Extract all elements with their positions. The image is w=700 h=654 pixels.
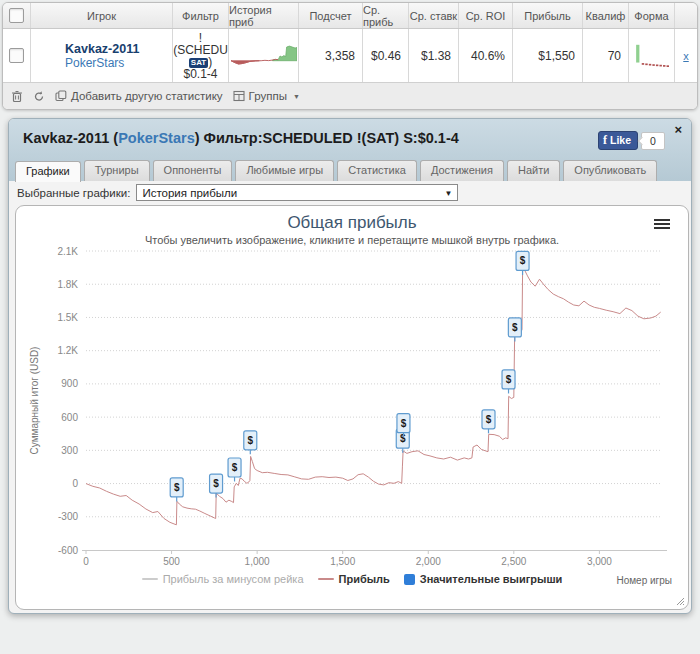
svg-text:$: $ — [512, 322, 518, 333]
svg-text:$: $ — [520, 255, 526, 266]
col-avg-profit[interactable]: Ср. прибь — [363, 3, 409, 28]
actions-cell: x — [675, 29, 697, 82]
panel-content: Выбранные графики: История прибыли▼ -600… — [9, 181, 691, 613]
col-count[interactable]: Подсчет — [299, 3, 363, 28]
col-filter[interactable]: Фильтр — [173, 3, 229, 28]
svg-text:$: $ — [248, 435, 254, 446]
sat-badge: SAT — [189, 58, 208, 68]
groups-button[interactable]: Группы ▼ — [233, 90, 300, 102]
col-profit-history[interactable]: История приб — [229, 3, 299, 28]
count-cell: 3,358 — [299, 29, 363, 82]
profit-chart[interactable]: -600-30003006009001.2K1.5K1.8K2.1K05001,… — [16, 206, 688, 609]
col-avg-roi[interactable]: Ср. ROI — [459, 3, 513, 28]
delete-button[interactable] — [11, 90, 23, 103]
resize-handle-icon[interactable] — [676, 597, 685, 606]
svg-text:2.1K: 2.1K — [57, 246, 78, 257]
chart-legend: Прибыль за минусом рейка Прибыль Значите… — [16, 573, 688, 585]
tab-find[interactable]: Найти — [507, 160, 560, 181]
legend-item-significant-wins[interactable]: Значительные выигрыши — [404, 573, 563, 585]
filter-line1: ! — [199, 32, 202, 44]
profit-history-sparkline — [231, 36, 297, 76]
tab-opponents[interactable]: Оппоненты — [153, 160, 233, 181]
tab-achievements[interactable]: Достижения — [420, 160, 504, 181]
svg-text:$: $ — [506, 374, 512, 385]
chart-select-row: Выбранные графики: История прибыли▼ — [17, 184, 458, 201]
facebook-like-count: 0 — [641, 132, 665, 150]
filter-line2: (SCHEDU — [173, 44, 228, 56]
facebook-like-button[interactable]: fLike — [598, 131, 638, 150]
svg-text:1.2K: 1.2K — [57, 345, 78, 356]
panel-tabs: Графики Турниры Оппоненты Любимые игры С… — [15, 160, 657, 181]
chart-menu-button[interactable] — [654, 219, 670, 231]
qualif-cell: 70 — [583, 29, 629, 82]
history-sparkline-cell[interactable] — [229, 29, 299, 82]
add-statistic-button[interactable]: Добавить другую статистику — [55, 90, 223, 102]
col-form[interactable]: Форма — [629, 3, 675, 28]
chart-container[interactable]: -600-30003006009001.2K1.5K1.8K2.1K05001,… — [15, 205, 689, 610]
svg-text:500: 500 — [163, 556, 180, 567]
col-avg-stake[interactable]: Ср. ставк — [409, 3, 459, 28]
refresh-button[interactable] — [33, 90, 45, 103]
svg-text:$: $ — [486, 414, 492, 425]
svg-text:Суммарный итог (USD): Суммарный итог (USD) — [29, 347, 40, 455]
header-select-cell — [3, 3, 31, 28]
tab-publish[interactable]: Опубликовать — [563, 160, 657, 181]
tab-statistics[interactable]: Статистика — [337, 160, 417, 181]
profit-cell: $1,550 — [513, 29, 583, 82]
chevron-down-icon: ▼ — [444, 189, 452, 198]
player-site-link[interactable]: PokerStars — [65, 56, 124, 70]
form-sparkline-cell — [629, 29, 675, 82]
tab-graphs[interactable]: Графики — [15, 161, 81, 182]
filter-line4: $0.1-4 — [183, 68, 217, 80]
groups-icon — [233, 90, 245, 102]
panel-header: Kavkaz-2011 (PokerStars) Фильтр:SCHEDULE… — [9, 119, 691, 181]
legend-item-profit-minus-rake[interactable]: Прибыль за минусом рейка — [142, 573, 304, 585]
svg-text:$: $ — [401, 418, 407, 429]
facebook-icon: f — [603, 133, 607, 148]
remove-row-link[interactable]: x — [683, 50, 689, 62]
filter-cell: ! (SCHEDU SAT) $0.1-4 — [173, 29, 229, 82]
form-sparkline — [631, 42, 673, 70]
legend-swatch-gray-line — [142, 578, 158, 580]
svg-text:300: 300 — [61, 445, 78, 456]
player-cell: Kavkaz-2011 PokerStars — [31, 29, 173, 82]
tab-favorite-games[interactable]: Любимые игры — [235, 160, 334, 181]
svg-text:1,500: 1,500 — [330, 556, 355, 567]
col-actions — [675, 3, 697, 28]
add-statistic-label: Добавить другую статистику — [71, 90, 223, 102]
svg-text:-300: -300 — [58, 511, 78, 522]
chart-select-value: История прибыли — [142, 187, 237, 199]
trash-icon — [11, 90, 23, 103]
legend-swatch-pink-line — [318, 578, 334, 580]
stats-toolbar: Добавить другую статистику Группы ▼ — [3, 83, 697, 109]
tab-tournaments[interactable]: Турниры — [84, 160, 150, 181]
close-panel-button[interactable]: × — [674, 122, 682, 137]
panel-title-site[interactable]: PokerStars — [118, 130, 195, 146]
svg-text:1.5K: 1.5K — [57, 312, 78, 323]
svg-text:1,000: 1,000 — [245, 556, 270, 567]
svg-text:-600: -600 — [58, 545, 78, 556]
svg-text:2,000: 2,000 — [416, 556, 441, 567]
avg-profit-cell: $0.46 — [363, 29, 409, 82]
row-checkbox[interactable] — [9, 48, 24, 63]
svg-text:$: $ — [213, 478, 219, 489]
chart-select-label: Выбранные графики: — [17, 187, 130, 199]
groups-dropdown-arrow: ▼ — [293, 93, 300, 100]
col-profit[interactable]: Прибыль — [513, 3, 583, 28]
stats-header-row: Игрок Фильтр История приб Подсчет Ср. пр… — [3, 3, 697, 29]
chart-subtitle: Чтобы увеличить изображение, кликните и … — [16, 234, 688, 246]
chart-title: Общая прибыль — [16, 213, 688, 233]
select-all-checkbox[interactable] — [9, 8, 24, 23]
chart-select[interactable]: История прибыли▼ — [136, 184, 458, 201]
groups-label: Группы — [249, 90, 287, 102]
svg-text:3,000: 3,000 — [587, 556, 612, 567]
col-player[interactable]: Игрок — [31, 3, 173, 28]
panel-title: Kavkaz-2011 (PokerStars) Фильтр:SCHEDULE… — [23, 130, 459, 146]
svg-text:2,500: 2,500 — [501, 556, 526, 567]
avg-stake-cell: $1.38 — [409, 29, 459, 82]
svg-text:$: $ — [174, 482, 180, 493]
player-name-link[interactable]: Kavkaz-2011 — [65, 42, 139, 56]
col-qualif[interactable]: Квалиф — [583, 3, 629, 28]
legend-item-profit[interactable]: Прибыль — [318, 573, 390, 585]
svg-text:1.8K: 1.8K — [57, 279, 78, 290]
